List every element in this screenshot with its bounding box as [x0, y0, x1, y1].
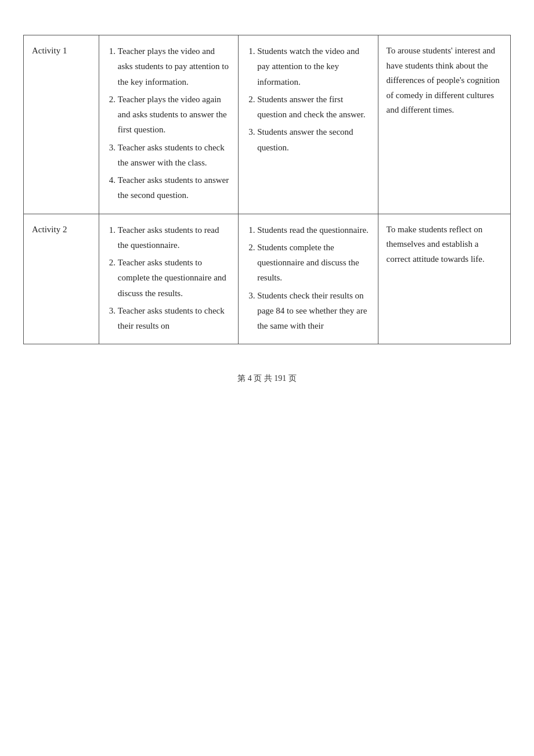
activity-2-purpose: To make students reflect on themselves a… [378, 214, 510, 344]
activity-1-label: Activity 1 [24, 35, 99, 214]
list-item: Students complete the questionnaire and … [257, 240, 369, 286]
activity-2-students: Students read the questionnaire. Student… [239, 214, 378, 344]
footer-text: 第 4 页 共 191 页 [237, 374, 297, 383]
page-footer: 第 4 页 共 191 页 [237, 373, 297, 384]
teacher-2-list: Teacher asks students to read the questi… [107, 222, 230, 334]
list-item: Students answer the second question. [257, 124, 369, 155]
activity-1-students: Students watch the video and pay attenti… [239, 35, 378, 214]
list-item: Students answer the first question and c… [257, 92, 369, 123]
table-row: Activity 1 Teacher plays the video and a… [24, 35, 511, 214]
list-item: Teacher asks students to check their res… [118, 303, 230, 334]
teacher-1-list: Teacher plays the video and asks student… [107, 44, 230, 203]
list-item: Students watch the video and pay attenti… [257, 44, 369, 89]
activity-2-teacher: Teacher asks students to read the questi… [99, 214, 238, 344]
list-item: Teacher asks students to read the questi… [118, 222, 230, 253]
table-row: Activity 2 Teacher asks students to read… [24, 214, 511, 344]
activity-2-label: Activity 2 [24, 214, 99, 344]
list-item: Students check their results on page 84 … [257, 288, 369, 334]
list-item: Teacher asks students to answer the seco… [118, 172, 230, 203]
list-item: Teacher asks students to check the answe… [118, 140, 230, 171]
activity-1-purpose: To arouse students' interest and have st… [378, 35, 510, 214]
list-item: Teacher plays the video again and asks s… [118, 92, 230, 138]
list-item: Teacher plays the video and asks student… [118, 44, 230, 89]
students-1-list: Students watch the video and pay attenti… [247, 44, 369, 155]
list-item: Teacher asks students to complete the qu… [118, 255, 230, 301]
list-item: Students read the questionnaire. [257, 222, 369, 237]
activity-1-teacher: Teacher plays the video and asks student… [99, 35, 238, 214]
main-table: Activity 1 Teacher plays the video and a… [23, 35, 511, 344]
page-content: Activity 1 Teacher plays the video and a… [23, 35, 511, 384]
students-2-list: Students read the questionnaire. Student… [247, 222, 369, 334]
